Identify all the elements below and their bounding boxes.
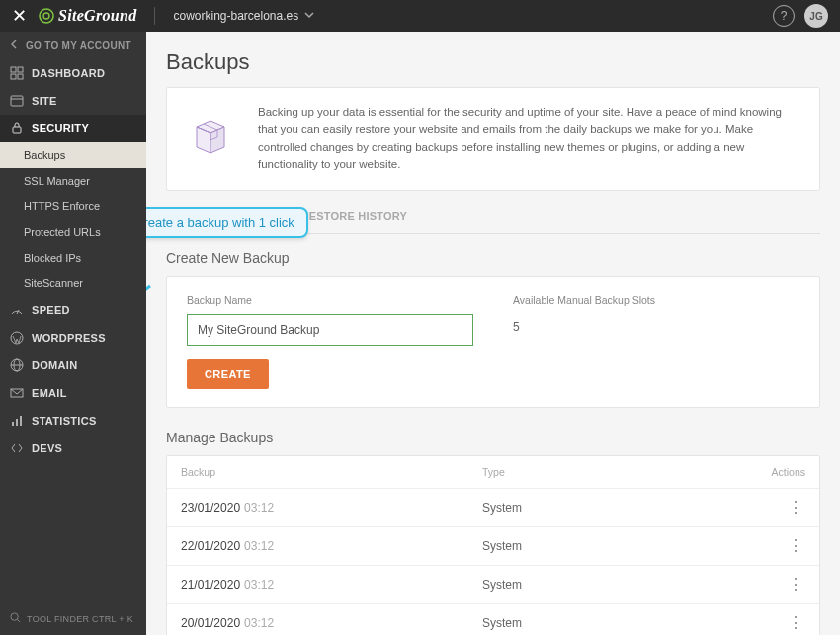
svg-point-10	[11, 332, 23, 344]
info-card: Backing up your data is essential for th…	[166, 87, 820, 191]
sidebar-item-dashboard[interactable]: DASHBOARD	[0, 59, 146, 87]
sidebar-sub-https[interactable]: HTTPS Enforce	[0, 194, 146, 219]
svg-rect-8	[13, 127, 21, 133]
sidebar-item-label: DOMAIN	[32, 359, 77, 371]
backup-type: System	[482, 616, 522, 630]
backup-date: 22/01/2020	[181, 539, 240, 553]
sidebar-sub-blocked-ips[interactable]: Blocked IPs	[0, 245, 146, 271]
slots-label: Available Manual Backup Slots	[513, 294, 799, 306]
svg-rect-6	[11, 96, 23, 106]
backup-time: 03:12	[244, 539, 274, 553]
backup-type: System	[482, 539, 522, 553]
globe-icon	[10, 358, 24, 372]
table-header: Backup Type Actions	[167, 456, 819, 488]
section-manage-title: Manage Backups	[166, 430, 820, 445]
slots-value: 5	[513, 314, 799, 334]
sidebar-item-speed[interactable]: SPEED	[0, 296, 146, 324]
table-row: 22/01/202003:12System⋮	[167, 526, 819, 565]
logo-icon	[39, 8, 54, 24]
sidebar-item-devs[interactable]: DEVS	[0, 435, 146, 462]
page-title: Backups	[166, 49, 820, 75]
svg-rect-5	[18, 74, 23, 79]
sidebar-sub-protected-urls[interactable]: Protected URLs	[0, 219, 146, 245]
svg-rect-15	[12, 422, 14, 426]
sidebar-item-email[interactable]: EMAIL	[0, 379, 146, 407]
sidebar-item-label: EMAIL	[32, 387, 67, 399]
backup-name-input[interactable]	[187, 314, 473, 346]
sidebar-item-statistics[interactable]: STATISTICS	[0, 407, 146, 435]
svg-point-18	[11, 613, 18, 620]
search-icon	[10, 612, 21, 625]
col-type: Type	[482, 466, 746, 478]
logo-text: SiteGround	[58, 7, 136, 25]
site-selector[interactable]: coworking-barcelona.es	[173, 9, 314, 23]
code-icon	[10, 441, 24, 455]
info-text: Backing up your data is essential for th…	[258, 104, 799, 174]
backup-time: 03:12	[244, 501, 274, 515]
row-actions-icon[interactable]: ⋮	[786, 505, 805, 511]
lock-icon	[10, 121, 24, 135]
back-to-account[interactable]: GO TO MY ACCOUNT	[0, 32, 146, 59]
backup-type: System	[482, 501, 522, 515]
stats-icon	[10, 414, 24, 428]
backup-date: 21/01/2020	[181, 578, 240, 592]
table-row: 20/01/202003:12System⋮	[167, 603, 819, 635]
backup-date: 23/01/2020	[181, 501, 240, 515]
site-icon	[10, 94, 24, 108]
svg-point-1	[43, 13, 49, 19]
email-icon	[10, 386, 24, 400]
avatar[interactable]: JG	[804, 4, 828, 28]
sidebar-sub-sitescanner[interactable]: SiteScanner	[0, 271, 146, 296]
sidebar-sub-ssl[interactable]: SSL Manager	[0, 168, 146, 194]
create-button[interactable]: CREATE	[187, 359, 269, 389]
svg-rect-4	[11, 74, 16, 79]
sidebar-item-site[interactable]: SITE	[0, 87, 146, 115]
svg-rect-3	[18, 67, 23, 72]
sidebar-item-label: SECURITY	[32, 122, 89, 134]
sidebar: GO TO MY ACCOUNT DASHBOARD SITE SECURITY…	[0, 32, 146, 635]
help-icon[interactable]: ?	[773, 5, 795, 27]
sidebar-item-label: SITE	[32, 95, 57, 107]
topbar: ✕ SiteGround coworking-barcelona.es ? JG	[0, 0, 840, 32]
svg-line-19	[17, 619, 20, 622]
dashboard-icon	[10, 66, 24, 80]
table-row: 21/01/202003:12System⋮	[167, 565, 819, 603]
svg-rect-2	[11, 67, 16, 72]
create-panel: Backup Name Available Manual Backup Slot…	[166, 276, 820, 408]
tooltip: Create a backup with 1 click	[146, 207, 308, 238]
sidebar-item-domain[interactable]: DOMAIN	[0, 352, 146, 379]
manage-panel: Backup Type Actions 23/01/202003:12Syste…	[166, 455, 820, 635]
arrow-icon	[146, 231, 158, 300]
chevron-down-icon	[304, 9, 314, 23]
svg-point-0	[40, 9, 53, 23]
tool-finder-label: TOOL FINDER CTRL + K	[27, 614, 133, 624]
sidebar-item-label: WORDPRESS	[32, 332, 106, 344]
wordpress-icon	[10, 331, 24, 345]
sidebar-item-label: DEVS	[32, 442, 62, 454]
tab-restore-history[interactable]: RESTORE HISTORY	[301, 210, 407, 233]
sidebar-item-label: SPEED	[32, 304, 70, 316]
divider	[154, 7, 155, 25]
svg-rect-17	[20, 416, 22, 426]
backup-time: 03:12	[244, 616, 274, 630]
row-actions-icon[interactable]: ⋮	[786, 543, 805, 549]
col-backup: Backup	[181, 466, 482, 478]
close-icon[interactable]: ✕	[12, 5, 27, 27]
sidebar-item-label: DASHBOARD	[32, 67, 105, 79]
svg-rect-16	[16, 419, 18, 426]
sidebar-item-wordpress[interactable]: WORDPRESS	[0, 324, 146, 352]
backup-time: 03:12	[244, 578, 274, 592]
main: Create a backup with 1 click Backups Bac…	[146, 32, 840, 635]
sidebar-item-label: STATISTICS	[32, 415, 97, 427]
col-actions: Actions	[746, 466, 805, 478]
site-name: coworking-barcelona.es	[173, 9, 298, 23]
table-row: 23/01/202003:12System⋮	[167, 488, 819, 526]
section-create-title: Create New Backup	[166, 250, 820, 266]
row-actions-icon[interactable]: ⋮	[786, 620, 805, 626]
tool-finder[interactable]: TOOL FINDER CTRL + K	[0, 602, 146, 635]
sidebar-item-security[interactable]: SECURITY	[0, 115, 146, 142]
backup-type: System	[482, 578, 522, 592]
row-actions-icon[interactable]: ⋮	[786, 582, 805, 588]
sidebar-sub-backups[interactable]: Backups	[0, 142, 146, 168]
logo[interactable]: SiteGround	[39, 7, 136, 25]
